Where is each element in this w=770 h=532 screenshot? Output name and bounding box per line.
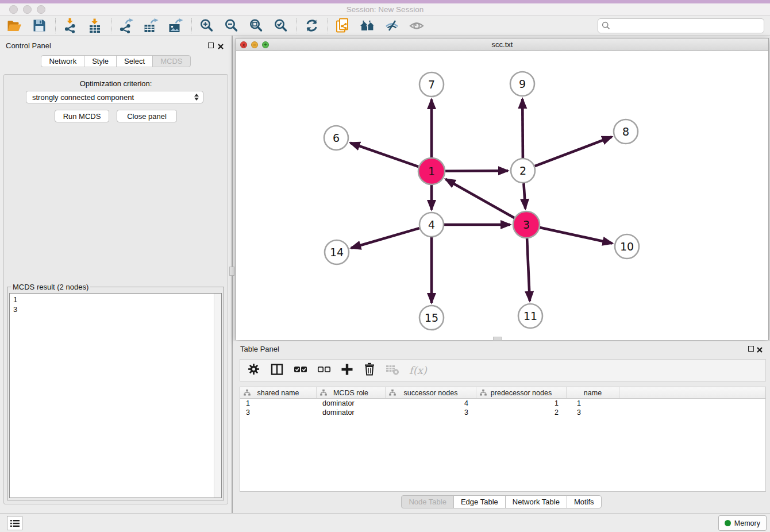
- edge-4-14[interactable]: [351, 228, 419, 248]
- split-panel-icon[interactable]: [270, 363, 284, 378]
- column-header-shared-name[interactable]: shared name: [240, 387, 317, 398]
- tab-network[interactable]: Network: [41, 55, 84, 67]
- delete-table-icon[interactable]: [386, 363, 399, 378]
- function-builder-icon[interactable]: f(x): [409, 364, 427, 376]
- tab-motifs[interactable]: Motifs: [567, 495, 602, 508]
- node-8[interactable]: 8: [614, 119, 638, 144]
- svg-text:3: 3: [523, 218, 530, 231]
- network-maximize-button[interactable]: +: [262, 41, 269, 48]
- mcds-result-box[interactable]: 13: [9, 293, 222, 498]
- open-session-icon[interactable]: [6, 17, 23, 34]
- edge-3-1[interactable]: [445, 179, 514, 218]
- optimization-criterion-select[interactable]: strongly connected component: [26, 91, 203, 103]
- tab-select[interactable]: Select: [116, 55, 153, 67]
- tab-style[interactable]: Style: [84, 55, 117, 67]
- mcds-result-lines: 13: [10, 294, 221, 314]
- svg-text:9: 9: [519, 78, 526, 90]
- node-15[interactable]: 15: [419, 306, 444, 330]
- mcds-result-fieldset: MCDS result (2 nodes) 13: [7, 283, 224, 500]
- column-header-successor-nodes[interactable]: successor nodes: [386, 387, 476, 398]
- criterion-selected-value: strongly connected component: [32, 93, 134, 102]
- column-header-name[interactable]: name: [567, 387, 619, 398]
- node-7[interactable]: 7: [419, 72, 444, 97]
- titlebar: Session: New Session: [0, 0, 770, 16]
- main-toolbar: [0, 16, 770, 36]
- task-list-button[interactable]: [7, 516, 22, 530]
- network-window-titlebar: x − + scc.txt: [236, 38, 768, 51]
- svg-text:7: 7: [428, 78, 435, 91]
- float-panel-icon[interactable]: [208, 43, 214, 48]
- zoom-in-icon[interactable]: [198, 17, 215, 34]
- export-image-icon[interactable]: [167, 17, 184, 34]
- mcds-result-scrollbar[interactable]: [214, 294, 221, 498]
- node-1[interactable]: 1: [418, 158, 445, 184]
- zoom-selected-icon[interactable]: [272, 17, 289, 34]
- toolbar-separator: [297, 18, 297, 33]
- delete-column-icon[interactable]: [363, 363, 376, 378]
- add-column-icon[interactable]: [341, 363, 353, 378]
- network-canvas[interactable]: 7968124314101511: [236, 51, 768, 340]
- close-panel-button[interactable]: Close panel: [117, 110, 177, 122]
- export-network-icon[interactable]: [117, 17, 134, 34]
- network-window-title: scc.txt: [236, 38, 768, 51]
- save-session-icon[interactable]: [30, 17, 48, 34]
- run-mcds-button[interactable]: Run MCDS: [55, 110, 109, 122]
- tab-node-table[interactable]: Node Table: [401, 495, 454, 508]
- edge-2-9[interactable]: [522, 99, 523, 158]
- edge-3-11[interactable]: [527, 238, 530, 301]
- horizontal-splitter-handle[interactable]: [493, 337, 502, 341]
- close-panel-icon[interactable]: [217, 42, 224, 49]
- gear-icon[interactable]: [247, 363, 260, 378]
- tab-network-table[interactable]: Network Table: [505, 495, 567, 508]
- node-10[interactable]: 10: [615, 234, 639, 259]
- table-row[interactable]: 1dominator411: [240, 399, 765, 408]
- show-annotations-icon[interactable]: [408, 17, 425, 34]
- edge-2-8[interactable]: [535, 137, 612, 166]
- select-all-checkboxes-icon[interactable]: [294, 364, 307, 376]
- memory-status-icon: [725, 520, 731, 526]
- close-table-panel-icon[interactable]: [756, 345, 763, 352]
- home-icon[interactable]: [359, 17, 376, 34]
- network-minimize-button[interactable]: −: [251, 41, 258, 48]
- import-network-icon[interactable]: [61, 17, 79, 34]
- float-table-panel-icon[interactable]: [748, 346, 754, 352]
- edge-2-3[interactable]: [523, 183, 525, 209]
- import-table-icon[interactable]: [86, 17, 103, 34]
- table-row[interactable]: 3dominator323: [240, 408, 765, 417]
- network-view-window: x − + scc.txt 7968124314101511: [236, 38, 769, 340]
- refresh-layout-icon[interactable]: [303, 17, 320, 34]
- export-table-icon[interactable]: [142, 17, 159, 34]
- zoom-out-icon[interactable]: [222, 17, 240, 34]
- node-9[interactable]: 9: [510, 72, 534, 96]
- svg-text:11: 11: [523, 310, 537, 322]
- node-2[interactable]: 2: [511, 159, 535, 183]
- clone-network-icon[interactable]: [334, 17, 351, 34]
- zoom-fit-icon[interactable]: [247, 17, 264, 34]
- tab-edge-table[interactable]: Edge Table: [453, 495, 506, 508]
- svg-text:10: 10: [620, 240, 634, 253]
- table-cell-predecessor-nodes: 1: [476, 399, 567, 408]
- node-11[interactable]: 11: [518, 304, 542, 328]
- edge-1-2[interactable]: [445, 171, 508, 171]
- hide-annotations-icon[interactable]: [383, 17, 401, 34]
- column-header-predecessor-nodes[interactable]: predecessor nodes: [476, 387, 567, 398]
- deselect-all-checkboxes-icon[interactable]: [317, 364, 331, 376]
- memory-button[interactable]: Memory: [718, 515, 767, 531]
- node-4[interactable]: 4: [419, 213, 444, 237]
- search-input[interactable]: [598, 18, 764, 33]
- edge-3-10[interactable]: [540, 228, 613, 243]
- network-graph-svg[interactable]: 7968124314101511: [236, 51, 768, 336]
- memory-label: Memory: [734, 519, 760, 527]
- tab-mcds[interactable]: MCDS: [152, 55, 190, 67]
- network-close-button[interactable]: x: [240, 41, 247, 48]
- vertical-splitter-handle[interactable]: [229, 267, 234, 276]
- node-6[interactable]: 6: [324, 126, 348, 150]
- search-field-wrap: [598, 18, 764, 33]
- table-cell-mcds-role: dominator: [317, 399, 386, 408]
- node-3[interactable]: 3: [513, 211, 540, 238]
- table-toolbar: f(x): [240, 359, 766, 381]
- node-14[interactable]: 14: [325, 240, 349, 264]
- column-header-mcds-role[interactable]: MCDS role: [317, 387, 386, 398]
- edge-1-6[interactable]: [351, 143, 419, 167]
- table-header-row: shared nameMCDS rolesuccessor nodesprede…: [240, 387, 765, 399]
